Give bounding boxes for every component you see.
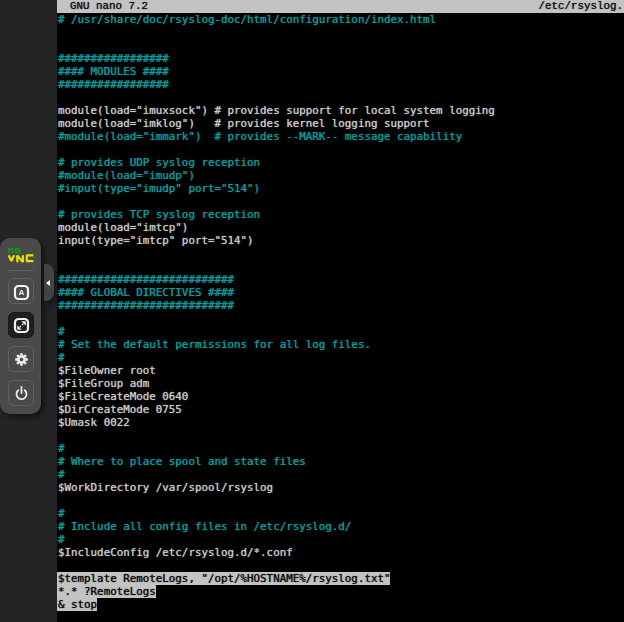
svg-text:A: A <box>19 288 25 297</box>
